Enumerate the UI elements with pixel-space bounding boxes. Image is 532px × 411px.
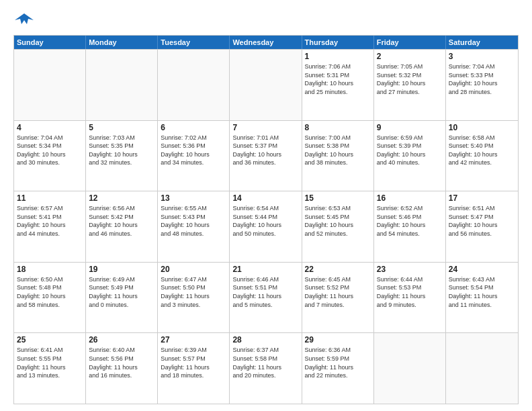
cell-info: Sunrise: 6:58 AM Sunset: 5:40 PM Dayligh… xyxy=(449,134,515,167)
cell-info: Sunrise: 6:39 AM Sunset: 5:57 PM Dayligh… xyxy=(161,346,226,379)
cell-info: Sunrise: 6:37 AM Sunset: 5:58 PM Dayligh… xyxy=(232,346,298,379)
cell-info: Sunrise: 7:06 AM Sunset: 5:31 PM Dayligh… xyxy=(305,62,371,96)
cal-cell: 8Sunrise: 7:00 AM Sunset: 5:38 PM Daylig… xyxy=(302,121,374,191)
calendar-header: SundayMondayTuesdayWednesdayThursdayFrid… xyxy=(14,36,518,49)
cal-cell: 25Sunrise: 6:41 AM Sunset: 5:55 PM Dayli… xyxy=(14,333,86,404)
header-cell-monday: Monday xyxy=(86,36,158,49)
cal-cell: 19Sunrise: 6:49 AM Sunset: 5:49 PM Dayli… xyxy=(86,263,158,333)
cell-info: Sunrise: 6:50 AM Sunset: 5:48 PM Dayligh… xyxy=(17,275,83,309)
cell-info: Sunrise: 7:04 AM Sunset: 5:34 PM Dayligh… xyxy=(17,134,83,167)
day-number: 14 xyxy=(232,193,298,203)
cell-info: Sunrise: 6:36 AM Sunset: 5:59 PM Dayligh… xyxy=(305,346,371,379)
cal-cell: 3Sunrise: 7:04 AM Sunset: 5:33 PM Daylig… xyxy=(446,50,518,120)
cal-cell: 23Sunrise: 6:44 AM Sunset: 5:53 PM Dayli… xyxy=(374,263,446,333)
cal-cell: 28Sunrise: 6:37 AM Sunset: 5:58 PM Dayli… xyxy=(230,333,302,404)
cal-cell: 1Sunrise: 7:06 AM Sunset: 5:31 PM Daylig… xyxy=(302,50,374,120)
day-number: 26 xyxy=(89,335,154,345)
cal-cell: 16Sunrise: 6:52 AM Sunset: 5:46 PM Dayli… xyxy=(374,191,446,262)
day-number: 8 xyxy=(305,123,371,132)
calendar-row-5: 25Sunrise: 6:41 AM Sunset: 5:55 PM Dayli… xyxy=(14,332,518,404)
cal-cell: 24Sunrise: 6:43 AM Sunset: 5:54 PM Dayli… xyxy=(446,263,518,333)
day-number: 5 xyxy=(89,123,154,132)
day-number: 12 xyxy=(89,193,154,203)
calendar-row-3: 11Sunrise: 6:57 AM Sunset: 5:41 PM Dayli… xyxy=(14,191,518,262)
day-number: 13 xyxy=(161,193,226,203)
day-number: 18 xyxy=(17,265,83,274)
cal-cell: 14Sunrise: 6:54 AM Sunset: 5:44 PM Dayli… xyxy=(230,191,302,262)
cell-info: Sunrise: 6:44 AM Sunset: 5:53 PM Dayligh… xyxy=(377,275,443,309)
cell-info: Sunrise: 7:00 AM Sunset: 5:38 PM Dayligh… xyxy=(305,134,371,167)
cell-info: Sunrise: 7:05 AM Sunset: 5:32 PM Dayligh… xyxy=(377,62,443,96)
cal-cell: 15Sunrise: 6:53 AM Sunset: 5:45 PM Dayli… xyxy=(302,191,374,262)
day-number: 24 xyxy=(449,265,515,274)
cell-info: Sunrise: 6:43 AM Sunset: 5:54 PM Dayligh… xyxy=(449,275,515,309)
day-number: 17 xyxy=(449,193,515,203)
header-cell-friday: Friday xyxy=(374,36,446,49)
cal-cell: 6Sunrise: 7:02 AM Sunset: 5:36 PM Daylig… xyxy=(158,121,230,191)
cal-cell: 26Sunrise: 6:40 AM Sunset: 5:56 PM Dayli… xyxy=(86,333,158,404)
cal-cell: 9Sunrise: 6:59 AM Sunset: 5:39 PM Daylig… xyxy=(374,121,446,191)
cell-info: Sunrise: 6:40 AM Sunset: 5:56 PM Dayligh… xyxy=(89,346,154,379)
day-number: 11 xyxy=(17,193,83,203)
calendar: SundayMondayTuesdayWednesdayThursdayFrid… xyxy=(13,35,519,404)
day-number: 29 xyxy=(305,335,371,345)
cal-cell xyxy=(14,50,86,120)
day-number: 6 xyxy=(161,123,226,132)
cal-cell xyxy=(446,333,518,404)
cell-info: Sunrise: 6:51 AM Sunset: 5:47 PM Dayligh… xyxy=(449,204,515,238)
cal-cell: 17Sunrise: 6:51 AM Sunset: 5:47 PM Dayli… xyxy=(446,191,518,262)
day-number: 22 xyxy=(305,265,371,274)
day-number: 4 xyxy=(17,123,83,132)
day-number: 19 xyxy=(89,265,154,274)
cell-info: Sunrise: 6:45 AM Sunset: 5:52 PM Dayligh… xyxy=(305,275,371,309)
cell-info: Sunrise: 7:02 AM Sunset: 5:36 PM Dayligh… xyxy=(161,134,226,167)
cell-info: Sunrise: 6:41 AM Sunset: 5:55 PM Dayligh… xyxy=(17,346,83,379)
cal-cell xyxy=(158,50,230,120)
cal-cell: 4Sunrise: 7:04 AM Sunset: 5:34 PM Daylig… xyxy=(14,121,86,191)
header-cell-saturday: Saturday xyxy=(446,36,518,49)
page: SundayMondayTuesdayWednesdayThursdayFrid… xyxy=(0,0,532,411)
cal-cell: 13Sunrise: 6:55 AM Sunset: 5:43 PM Dayli… xyxy=(158,191,230,262)
day-number: 15 xyxy=(305,193,371,203)
cell-info: Sunrise: 6:47 AM Sunset: 5:50 PM Dayligh… xyxy=(161,275,226,309)
day-number: 25 xyxy=(17,335,83,345)
day-number: 21 xyxy=(232,265,298,274)
cell-info: Sunrise: 7:01 AM Sunset: 5:37 PM Dayligh… xyxy=(232,134,298,167)
cell-info: Sunrise: 6:54 AM Sunset: 5:44 PM Dayligh… xyxy=(232,204,298,238)
cal-cell: 2Sunrise: 7:05 AM Sunset: 5:32 PM Daylig… xyxy=(374,50,446,120)
cal-cell: 10Sunrise: 6:58 AM Sunset: 5:40 PM Dayli… xyxy=(446,121,518,191)
day-number: 3 xyxy=(449,52,515,61)
cal-cell: 12Sunrise: 6:56 AM Sunset: 5:42 PM Dayli… xyxy=(86,191,158,262)
header-cell-tuesday: Tuesday xyxy=(158,36,230,49)
header-cell-wednesday: Wednesday xyxy=(230,36,302,49)
cal-cell: 7Sunrise: 7:01 AM Sunset: 5:37 PM Daylig… xyxy=(230,121,302,191)
logo-bird-icon xyxy=(15,11,34,30)
cal-cell: 11Sunrise: 6:57 AM Sunset: 5:41 PM Dayli… xyxy=(14,191,86,262)
day-number: 10 xyxy=(449,123,515,132)
day-number: 9 xyxy=(377,123,443,132)
day-number: 27 xyxy=(161,335,226,345)
cal-cell xyxy=(374,333,446,404)
day-number: 20 xyxy=(161,265,226,274)
calendar-body: 1Sunrise: 7:06 AM Sunset: 5:31 PM Daylig… xyxy=(14,49,518,404)
header-cell-sunday: Sunday xyxy=(14,36,86,49)
header xyxy=(13,11,519,30)
calendar-row-2: 4Sunrise: 7:04 AM Sunset: 5:34 PM Daylig… xyxy=(14,120,518,191)
cell-info: Sunrise: 6:46 AM Sunset: 5:51 PM Dayligh… xyxy=(232,275,298,309)
cell-info: Sunrise: 6:56 AM Sunset: 5:42 PM Dayligh… xyxy=(89,204,154,238)
calendar-row-4: 18Sunrise: 6:50 AM Sunset: 5:48 PM Dayli… xyxy=(14,262,518,333)
header-cell-thursday: Thursday xyxy=(302,36,374,49)
cell-info: Sunrise: 7:03 AM Sunset: 5:35 PM Dayligh… xyxy=(89,134,154,167)
cell-info: Sunrise: 7:04 AM Sunset: 5:33 PM Dayligh… xyxy=(449,62,515,96)
day-number: 16 xyxy=(377,193,443,203)
cal-cell xyxy=(86,50,158,120)
logo xyxy=(13,11,35,30)
cal-cell: 21Sunrise: 6:46 AM Sunset: 5:51 PM Dayli… xyxy=(230,263,302,333)
cal-cell: 22Sunrise: 6:45 AM Sunset: 5:52 PM Dayli… xyxy=(302,263,374,333)
day-number: 2 xyxy=(377,52,443,61)
cal-cell: 5Sunrise: 7:03 AM Sunset: 5:35 PM Daylig… xyxy=(86,121,158,191)
cell-info: Sunrise: 6:49 AM Sunset: 5:49 PM Dayligh… xyxy=(89,275,154,309)
calendar-row-1: 1Sunrise: 7:06 AM Sunset: 5:31 PM Daylig… xyxy=(14,49,518,120)
cell-info: Sunrise: 6:55 AM Sunset: 5:43 PM Dayligh… xyxy=(161,204,226,238)
cell-info: Sunrise: 6:53 AM Sunset: 5:45 PM Dayligh… xyxy=(305,204,371,238)
